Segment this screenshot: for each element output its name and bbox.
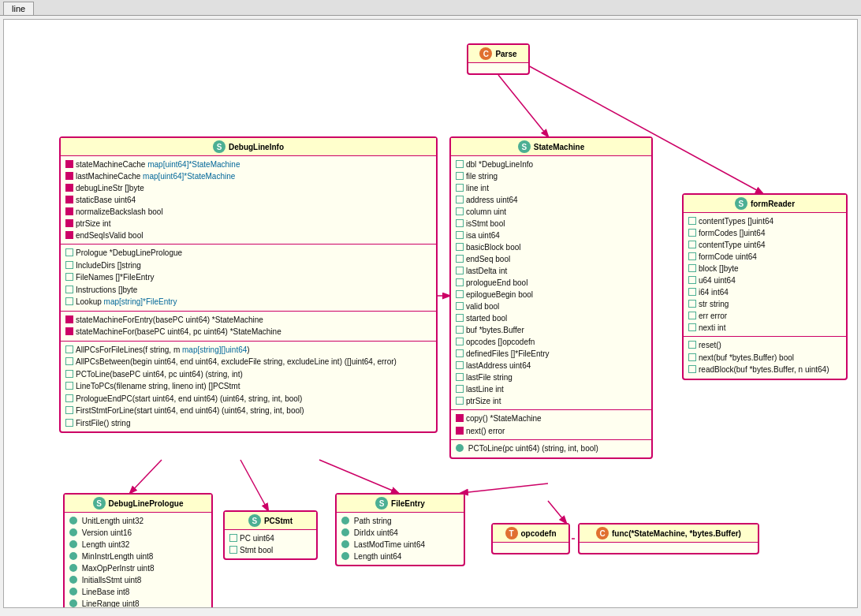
badge-func: C (596, 527, 609, 539)
badge-debuglineprologue: S (93, 497, 106, 510)
badge-parse: C (479, 47, 492, 60)
header-statemachine: S StateMachine (451, 138, 651, 156)
debuglineprologue-fields: UnitLength uint32 Version uint16 Length … (65, 513, 211, 608)
tab-bar: line (0, 0, 861, 16)
badge-fileentry: S (375, 497, 388, 510)
statemachine-fields2: copy() *StateMachine next() error (451, 409, 651, 439)
formreader-fields2: reset() next(buf *bytes.Buffer) bool rea… (684, 336, 846, 379)
diagram-area: C Parse S DebugLineInfo stateMachineCach… (3, 19, 858, 608)
box-pcstmt: S PCStmt PC uint64 Stmt bool (223, 510, 318, 560)
box-opcodefn: T opcodefn (491, 523, 570, 554)
box-func: C func(*StateMachine, *bytes.Buffer) (578, 523, 759, 554)
badge-statemachine: S (518, 140, 531, 153)
formreader-fields1: contentTypes []uint64 formCodes []uint64… (684, 213, 846, 336)
svg-line-7 (548, 501, 566, 523)
box-fileentry: S FileEntry Path string DirIdx uint64 La… (335, 493, 465, 566)
svg-line-5 (319, 460, 398, 493)
badge-formreader: S (735, 197, 747, 210)
header-fileentry: S FileEntry (337, 495, 464, 513)
header-parse: C Parse (468, 45, 528, 63)
debuglineinfo-fields4: AllPCsForFileLines(f string, m map[strin… (61, 341, 436, 432)
box-formreader: S formReader contentTypes []uint64 formC… (682, 193, 848, 380)
header-formreader: S formReader (684, 195, 846, 213)
svg-line-3 (130, 460, 162, 493)
svg-line-4 (240, 460, 268, 510)
badge-pcstmt: S (248, 514, 261, 527)
badge-opcodefn: T (505, 527, 518, 539)
svg-line-0 (498, 75, 548, 136)
box-debuglineprologue: S DebugLinePrologue UnitLength uint32 Ve… (63, 493, 213, 608)
header-debuglineinfo: S DebugLineInfo (61, 138, 436, 156)
box-debuglineinfo: S DebugLineInfo stateMachineCache map[ui… (59, 136, 438, 433)
debuglineinfo-fields3: stateMachineForEntry(basePC uint64) *Sta… (61, 311, 436, 341)
header-pcstmt: S PCStmt (225, 512, 316, 530)
statemachine-fields1: dbl *DebugLineInfo file string line int … (451, 156, 651, 409)
debuglineinfo-fields1: stateMachineCache map[uint64]*StateMachi… (61, 156, 436, 244)
header-debuglineprologue: S DebugLinePrologue (65, 495, 211, 513)
header-func: C func(*StateMachine, *bytes.Buffer) (580, 525, 758, 543)
badge-debuglineinfo: S (213, 140, 226, 153)
box-parse: C Parse (467, 43, 530, 75)
pcstmt-fields: PC uint64 Stmt bool (225, 530, 316, 558)
svg-line-6 (461, 483, 548, 493)
statemachine-fields3: PCToLine(pc uint64) (string, int, bool) (451, 439, 651, 457)
header-opcodefn: T opcodefn (493, 525, 568, 543)
fileentry-fields: Path string DirIdx uint64 LastModTime ui… (337, 513, 464, 565)
box-statemachine: S StateMachine dbl *DebugLineInfo file s… (449, 136, 653, 459)
debuglineinfo-fields2: Prologue *DebugLinePrologue IncludeDirs … (61, 244, 436, 311)
tab-line[interactable]: line (3, 2, 34, 15)
